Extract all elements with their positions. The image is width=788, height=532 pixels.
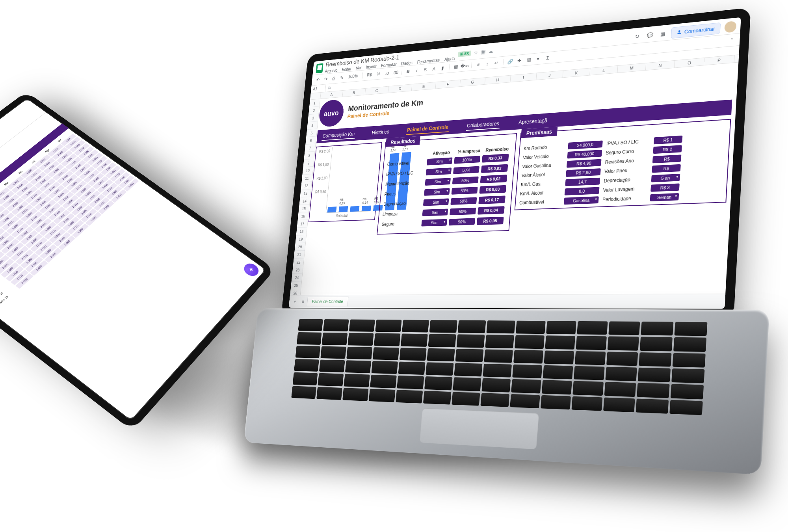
prem-value[interactable]: R$ (652, 164, 681, 173)
prem-value[interactable]: 8,0 (565, 187, 600, 195)
laptop-device: Reembolso de KM Rodado-2-1 Arquivo Edita… (241, 4, 786, 510)
res-label: Seguro (381, 221, 422, 227)
history-icon[interactable]: ↻ (633, 32, 642, 41)
wrap-icon[interactable]: ↩ (492, 58, 500, 67)
empresa-value[interactable]: 50% (452, 187, 478, 195)
functions-icon[interactable]: Σ (543, 53, 552, 62)
resultado-row: DepreciaçãoSim50%R$ 0,17 (383, 195, 507, 208)
ativacao-select[interactable]: Sim (423, 198, 449, 206)
italic-icon[interactable]: I (413, 66, 420, 74)
col-reembolso: Reembolso (483, 146, 511, 153)
prem-value[interactable]: R$ 2 (653, 145, 682, 154)
nav-painel[interactable]: Painel de Controle (406, 123, 449, 135)
prem-label: Combustível (519, 199, 561, 206)
all-sheets-icon[interactable]: ≡ (299, 297, 307, 306)
sheet-canvas[interactable]: auvo Monitoramento de Km Painel de Contr… (301, 62, 739, 295)
prem-label: Valor Lavagem (603, 186, 647, 193)
empresa-value[interactable]: 50% (450, 208, 476, 215)
resultados-header: Resultados (386, 136, 420, 147)
merge-icon[interactable]: �⫘ (461, 61, 469, 70)
ativacao-select[interactable]: Sim (421, 219, 447, 227)
tablet-device: auvo Monitoramento de Km Colaboradores P… (0, 91, 275, 431)
historico-chart-card: R$ 2,00 R$ 1,50 R$ 1,00 R$ 0,50 R$ 0,15R… (309, 142, 382, 222)
res-label: Depreciação (383, 200, 424, 207)
prem-value[interactable]: R$ 1 (654, 136, 682, 144)
undo-icon[interactable]: ↶ (314, 76, 322, 84)
dec-increase-icon[interactable]: .00 (392, 68, 400, 76)
nav-composicao[interactable]: Composição Km (322, 130, 356, 141)
ativacao-select[interactable]: Sim (427, 157, 452, 165)
nav-colaboradores[interactable]: Colaboradores (466, 119, 500, 131)
cell-reference[interactable]: A1 (311, 84, 326, 93)
prem-value[interactable]: Seman (650, 193, 679, 201)
prem-value[interactable]: R$ 2,80 (566, 168, 601, 177)
empresa-value[interactable]: 50% (450, 197, 477, 205)
zoom-select[interactable]: 100% (346, 73, 360, 79)
sheet-tab-active[interactable]: Painel de Controle (307, 297, 349, 307)
ativacao-select[interactable]: Sim (424, 188, 450, 196)
ativacao-select[interactable]: Sim (422, 209, 448, 216)
currency-button[interactable]: R$ (365, 72, 374, 78)
resultado-row: SeguroSim50%R$ 0,05 (381, 217, 506, 228)
link-icon[interactable]: 🔗 (506, 57, 515, 66)
user-avatar[interactable] (724, 21, 736, 33)
prem-label: Valor Álcool (521, 171, 563, 179)
halign-icon[interactable]: ≡ (474, 60, 482, 69)
reembolso-value: R$ 0,02 (480, 175, 507, 183)
prem-value[interactable]: R$ (652, 154, 682, 163)
prem-label: Periodicidade (602, 195, 647, 202)
prem-value[interactable]: 5 an (651, 174, 680, 182)
add-sheet-icon[interactable]: ＋ (291, 297, 299, 306)
prem-value[interactable]: 14,7 (565, 178, 600, 186)
strike-icon[interactable]: S (421, 65, 429, 74)
prem-value[interactable]: 24.000,0 (568, 140, 603, 149)
bold-icon[interactable]: B (404, 67, 412, 75)
prem-value[interactable]: R$ 4,90 (567, 159, 602, 167)
percent-button[interactable]: % (375, 71, 383, 77)
text-color-icon[interactable]: A (430, 65, 438, 73)
collapse-toolbar-icon[interactable]: ˄ (727, 35, 737, 45)
empresa-value[interactable]: 50% (452, 177, 479, 184)
filter-icon[interactable]: ▾ (534, 54, 543, 63)
star-icon[interactable]: ☆ (474, 50, 479, 56)
reembolso-value: R$ 0,03 (481, 164, 508, 173)
prem-value[interactable]: R$ 3 (650, 183, 680, 192)
prem-label: Km Rodado (524, 143, 565, 151)
insert-comment-icon[interactable]: ✚ (515, 56, 524, 65)
chart-icon[interactable]: ▥ (524, 55, 533, 64)
dec-decrease-icon[interactable]: .0 (383, 69, 391, 77)
print-icon[interactable]: ⎙ (330, 74, 337, 82)
ativacao-select[interactable]: Sim (426, 167, 452, 175)
res-label: Manuntenção (385, 180, 425, 187)
nav-historico[interactable]: Histórico (371, 127, 390, 137)
reembolso-value: R$ 0,33 (482, 154, 509, 163)
empresa-value[interactable]: 100% (454, 156, 480, 164)
prem-value[interactable]: R$ 40.000 (567, 150, 602, 159)
cloud-icon[interactable]: ☁ (488, 48, 494, 54)
laptop-base (243, 308, 769, 475)
prem-label: Valor Gasolina (522, 162, 563, 169)
nav-apresentacao[interactable]: Apresentaçã (517, 116, 548, 127)
valign-icon[interactable]: ↕ (483, 59, 491, 68)
redo-icon[interactable]: ↷ (322, 75, 329, 83)
sheets-logo-icon (316, 63, 323, 74)
reembolso-value: R$ 0,17 (478, 195, 506, 204)
meet-icon[interactable]: ▦ (658, 29, 667, 39)
ytick-2: R$ 1,50 (318, 163, 329, 167)
move-icon[interactable]: ▣ (481, 49, 486, 55)
borders-icon[interactable]: ▦ (452, 62, 460, 71)
chat-fab-icon[interactable]: ✦ (241, 261, 261, 278)
sheets-app: Reembolso de KM Rodado-2-1 Arquivo Edita… (289, 17, 741, 309)
brand-logo: auvo (318, 99, 345, 128)
prem-label: IPVA / SO / LIC (606, 138, 650, 147)
ativacao-select[interactable]: Sim (425, 178, 451, 186)
fill-color-icon[interactable]: ▮ (439, 63, 447, 72)
chart-bars: R$ 0,15R$ 0,14R$ 0,14R$ 1,50R$ 1,51 (326, 144, 378, 213)
paint-icon[interactable]: ✎ (338, 73, 346, 82)
prem-value[interactable]: Gasolina (564, 196, 599, 205)
empresa-value[interactable]: 50% (453, 166, 479, 174)
comment-icon[interactable]: 💬 (645, 30, 655, 40)
col-ativacao: Ativação (427, 150, 455, 156)
empresa-value[interactable]: 50% (449, 218, 475, 225)
xlsx-badge: XLSX (458, 50, 471, 57)
